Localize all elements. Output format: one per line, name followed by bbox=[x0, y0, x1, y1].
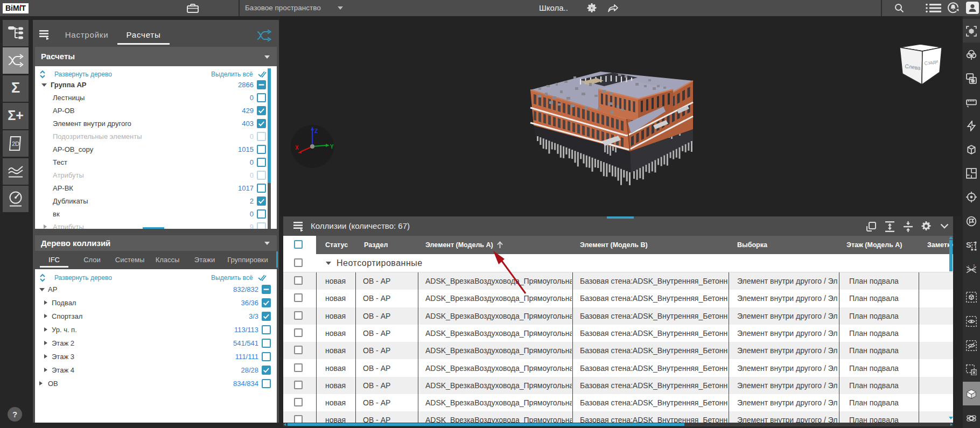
svg-text:2D: 2D bbox=[12, 141, 19, 147]
svg-text:X: X bbox=[295, 145, 299, 151]
svg-text:2: 2 bbox=[973, 264, 975, 267]
svg-text:1: 1 bbox=[968, 265, 969, 268]
svg-text:Y: Y bbox=[330, 144, 334, 150]
svg-text:Z: Z bbox=[314, 128, 318, 134]
svg-text:S: S bbox=[966, 241, 971, 249]
